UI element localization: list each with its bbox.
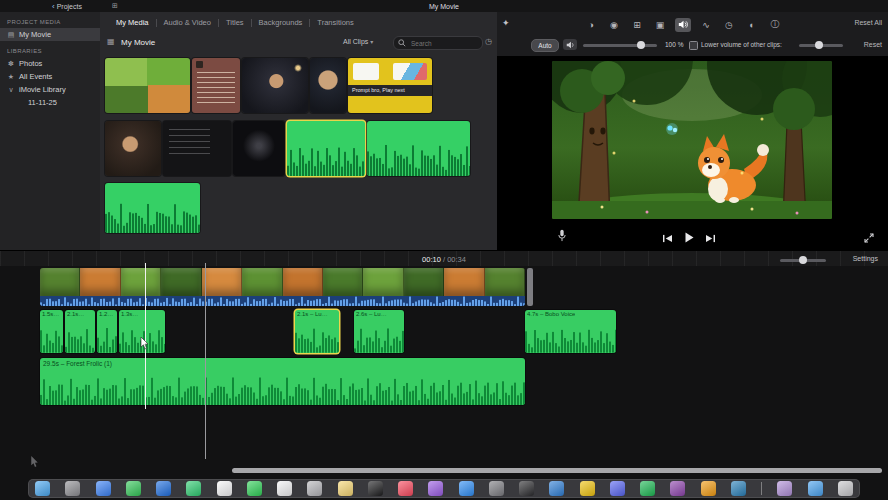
dock-app-icon[interactable] — [610, 481, 625, 496]
filmstrip-frame[interactable] — [202, 268, 242, 296]
filmstrip-frame[interactable] — [80, 268, 120, 296]
filmstrip-frame[interactable] — [363, 268, 403, 296]
speed-icon[interactable]: ◷ — [721, 18, 737, 32]
audio-thumbnail[interactable] — [287, 121, 365, 176]
video-clip-filmstrip[interactable] — [40, 268, 525, 296]
timeline-settings-button[interactable]: Settings — [853, 255, 878, 262]
dock-app-icon[interactable] — [670, 481, 685, 496]
timeline-audio-clip[interactable]: 2.6s – Lu… — [354, 310, 404, 353]
volume-slider[interactable] — [583, 39, 657, 50]
filmstrip-frame[interactable] — [485, 268, 525, 296]
video-thumbnail[interactable] — [163, 121, 231, 176]
filmstrip-frame[interactable] — [40, 268, 80, 296]
auto-volume-button[interactable]: Auto — [531, 39, 559, 52]
video-audio-waveform[interactable] — [40, 296, 525, 306]
slider-knob[interactable] — [637, 41, 645, 49]
dock-app-icon[interactable] — [277, 481, 292, 496]
fullscreen-icon[interactable] — [864, 229, 874, 247]
timeline-audio-clip[interactable]: 1.2… — [97, 310, 117, 353]
dock-app-icon[interactable] — [701, 481, 716, 496]
video-thumbnail[interactable] — [242, 58, 308, 113]
dock-app-icon[interactable] — [731, 481, 746, 496]
video-thumbnail[interactable] — [310, 58, 346, 113]
filmstrip-frame[interactable] — [242, 268, 282, 296]
dock-app-icon[interactable] — [186, 481, 201, 496]
grid-view-icon[interactable]: ▦ — [107, 37, 115, 46]
lower-volume-checkbox[interactable] — [689, 41, 698, 50]
tab-audio-video[interactable]: Audio & Video — [164, 18, 211, 27]
skimmer-line[interactable] — [205, 263, 206, 459]
video-thumbnail[interactable]: Prompt bro, Play next — [348, 58, 432, 113]
dock-app-icon[interactable] — [640, 481, 655, 496]
stabilization-icon[interactable]: ▣ — [652, 18, 668, 32]
dock-app-icon[interactable] — [489, 481, 504, 496]
mute-button[interactable] — [563, 39, 577, 50]
timeline-audio-clip[interactable]: 2.1s… — [65, 310, 95, 353]
video-thumbnail[interactable] — [233, 121, 285, 176]
timeline-audio-clip[interactable]: 1.5s… — [40, 310, 63, 353]
tab-titles[interactable]: Titles — [226, 18, 244, 27]
slider-knob[interactable] — [799, 256, 807, 264]
dock-app-icon[interactable] — [428, 481, 443, 496]
dock-app-icon[interactable] — [777, 481, 792, 496]
tab-my-media[interactable]: My Media — [116, 18, 149, 27]
dock-app-icon[interactable] — [398, 481, 413, 496]
reset-button[interactable]: Reset — [864, 41, 882, 48]
voiceover-mic-button[interactable] — [557, 228, 567, 246]
audio-thumbnail[interactable] — [367, 121, 470, 176]
color-correction-icon[interactable]: ◉ — [606, 18, 622, 32]
search-input[interactable] — [409, 39, 473, 48]
audio-thumbnail[interactable] — [105, 183, 200, 233]
sidebar-item-imovie-library[interactable]: ∨iMovie Library — [0, 83, 100, 96]
dock-app-icon[interactable] — [126, 481, 141, 496]
dock-app-icon[interactable] — [368, 481, 383, 496]
info-icon[interactable]: ⓘ — [767, 18, 783, 32]
background-music-clip[interactable]: 29.5s – Forest Frolic (1) — [40, 358, 525, 405]
clip-filter-dropdown[interactable]: All Clips ▾ — [343, 38, 373, 45]
timeline-zoom-slider[interactable] — [780, 254, 826, 265]
dock-app-icon[interactable] — [247, 481, 262, 496]
video-thumbnail[interactable] — [105, 58, 190, 113]
slider-knob[interactable] — [815, 41, 823, 49]
filmstrip-frame[interactable] — [444, 268, 484, 296]
dock-app-icon[interactable] — [549, 481, 564, 496]
dock-app-icon[interactable] — [307, 481, 322, 496]
dock-app-icon[interactable] — [838, 481, 853, 496]
lower-volume-slider[interactable] — [799, 39, 843, 50]
dock-app-icon[interactable] — [35, 481, 50, 496]
noise-reduction-icon[interactable]: ∿ — [698, 18, 714, 32]
timeline-audio-clip[interactable]: 2.1s – Lu… — [295, 310, 339, 353]
color-balance-icon[interactable]: ◑ — [583, 18, 599, 32]
filmstrip-frame[interactable] — [121, 268, 161, 296]
dock-app-icon[interactable] — [808, 481, 823, 496]
filmstrip-frame[interactable] — [161, 268, 201, 296]
next-frame-button[interactable] — [705, 229, 716, 247]
dock-app-icon[interactable] — [96, 481, 111, 496]
filmstrip-frame[interactable] — [404, 268, 444, 296]
timeline-scrollbar[interactable] — [232, 468, 882, 473]
play-button[interactable] — [684, 229, 694, 247]
dock-app-icon[interactable] — [519, 481, 534, 496]
crop-icon[interactable]: ⊞ — [629, 18, 645, 32]
volume-icon[interactable] — [675, 18, 691, 32]
timeline-audio-clip[interactable]: 4.7s – Bobo Voice — [525, 310, 616, 353]
enhance-icon[interactable]: ✦ — [502, 18, 510, 28]
reset-all-button[interactable]: Reset All — [854, 19, 882, 26]
dock-app-icon[interactable] — [65, 481, 80, 496]
dock-app-icon[interactable] — [338, 481, 353, 496]
clip-end-handle[interactable] — [527, 268, 533, 306]
sidebar-item-my-movie[interactable]: ▤My Movie — [0, 28, 100, 41]
filmstrip-frame[interactable] — [323, 268, 363, 296]
dock-app-icon[interactable] — [217, 481, 232, 496]
dock-app-icon[interactable] — [580, 481, 595, 496]
clip-duration-icon[interactable]: ◷ — [485, 37, 492, 46]
sidebar-item-photos[interactable]: ✽Photos — [0, 57, 100, 70]
clip-filter-icon[interactable]: ◐ — [744, 18, 760, 32]
sidebar-item-all-events[interactable]: ★All Events — [0, 70, 100, 83]
dock-app-icon[interactable] — [156, 481, 171, 496]
video-thumbnail[interactable] — [105, 121, 161, 176]
tab-backgrounds[interactable]: Backgrounds — [259, 18, 303, 27]
sidebar-item-11-11-25[interactable]: 11-11-25 — [0, 96, 100, 109]
dock-app-icon[interactable] — [459, 481, 474, 496]
tab-transitions[interactable]: Transitions — [317, 18, 353, 27]
